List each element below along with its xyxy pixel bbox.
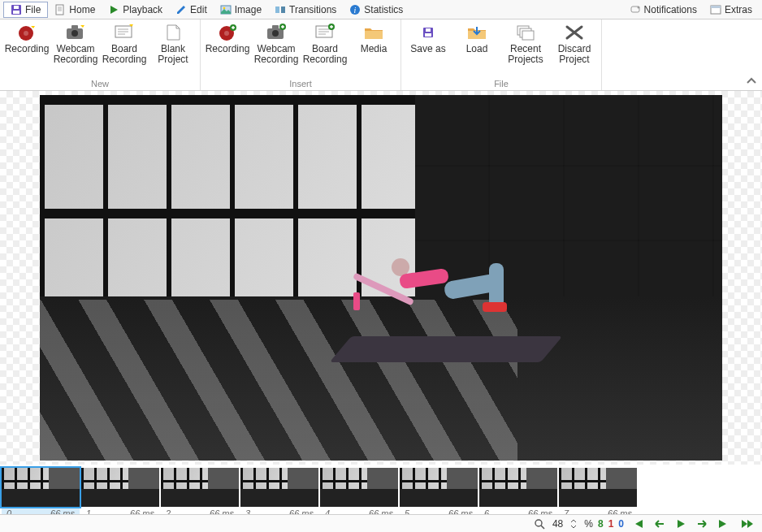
ribbon-button-label: Media xyxy=(361,44,387,54)
thumbnail-image xyxy=(2,468,80,507)
ribbon-button-label: Board Recording xyxy=(303,44,348,65)
menu-tab-label: Image xyxy=(235,4,262,15)
ribbon-button-label: Webcam Recording xyxy=(54,44,98,65)
ribbon-board-recording-button[interactable]: Board Recording xyxy=(301,21,349,67)
ribbon-load-button[interactable]: Load xyxy=(453,21,500,67)
frame-thumbnail[interactable]: 766 ms xyxy=(559,468,637,520)
nav-prev-button[interactable] xyxy=(652,518,668,530)
svg-rect-38 xyxy=(365,31,383,39)
menu-right-notifications[interactable]: Notifications xyxy=(623,2,704,17)
ribbon-button-label: Save as xyxy=(410,44,445,54)
menu-right-extras[interactable]: Extras xyxy=(704,2,759,17)
webcam-icon xyxy=(64,23,87,42)
bell-icon xyxy=(630,4,641,15)
svg-rect-2 xyxy=(14,6,19,9)
zoom-stepper[interactable] xyxy=(568,518,579,530)
svg-point-8 xyxy=(223,6,225,9)
ribbon-group-insert: RecordingWebcam RecordingBoard Recording… xyxy=(201,19,401,90)
menu-tab-transitions[interactable]: Transitions xyxy=(268,2,343,18)
svg-rect-45 xyxy=(522,31,534,40)
ribbon-button-label: Board Recording xyxy=(102,44,147,65)
ribbon-button-label: Recording xyxy=(5,44,50,54)
frame-thumbnail[interactable]: 566 ms xyxy=(400,468,478,520)
menu-tab-label: Edit xyxy=(190,4,207,15)
ribbon-recording-button[interactable]: Recording xyxy=(204,21,251,67)
nav-first-button[interactable] xyxy=(629,518,647,530)
frame-thumbnail[interactable]: 166 ms xyxy=(81,468,159,520)
frame-thumbnail[interactable]: 666 ms xyxy=(479,468,557,520)
frame-thumbnail[interactable]: 266 ms xyxy=(161,468,239,520)
svg-rect-10 xyxy=(281,6,285,13)
thumbnail-image xyxy=(400,468,478,507)
status-bar: 48 % 8 1 0 xyxy=(0,514,762,532)
svg-point-46 xyxy=(535,520,542,526)
nav-end-button[interactable] xyxy=(738,518,757,530)
folder-icon xyxy=(362,23,385,42)
svg-point-14 xyxy=(637,6,639,8)
image-icon xyxy=(220,4,232,15)
ribbon-discard-project-button[interactable]: Discard Project xyxy=(551,21,598,67)
pencil-icon xyxy=(175,4,187,15)
counter-c: 0 xyxy=(618,518,624,530)
doc-icon xyxy=(54,4,66,15)
ribbon: RecordingWebcam RecordingBoard Recording… xyxy=(0,19,762,91)
frame-thumbnail[interactable]: 466 ms xyxy=(320,468,398,520)
ribbon-blank-project-button[interactable]: Blank Project xyxy=(149,21,197,67)
menu-right-label: Extras xyxy=(725,4,752,15)
counter-a: 8 xyxy=(598,518,604,530)
nav-next-button[interactable] xyxy=(694,518,710,530)
preview-area xyxy=(0,91,762,465)
menu-tab-label: Statistics xyxy=(364,4,403,15)
ribbon-media-button[interactable]: Media xyxy=(350,21,397,67)
ribbon-button-label: Blank Project xyxy=(151,44,195,65)
thumbnail-image xyxy=(559,468,637,507)
info-icon: i xyxy=(349,4,361,15)
ribbon-group-label: Insert xyxy=(289,79,312,90)
ribbon-recording-button[interactable]: Recording xyxy=(3,21,50,67)
ribbon-recent-projects-button[interactable]: Recent Projects xyxy=(502,21,549,67)
menu-bar: FileHomePlaybackEditImageTransitionsiSta… xyxy=(0,0,762,19)
thumbnail-image xyxy=(320,468,398,507)
ribbon-webcam-recording-button[interactable]: Webcam Recording xyxy=(253,21,300,67)
ribbon-button-label: Recent Projects xyxy=(504,44,548,65)
svg-point-27 xyxy=(224,31,229,36)
menu-tab-edit[interactable]: Edit xyxy=(169,2,214,18)
ribbon-button-label: Load xyxy=(466,44,488,54)
record-add-icon xyxy=(216,23,239,42)
svg-rect-41 xyxy=(426,28,431,32)
ribbon-collapse-button[interactable] xyxy=(746,76,757,87)
frame-thumbnail[interactable]: 066 ms xyxy=(2,468,80,520)
preview-frame[interactable] xyxy=(40,95,722,461)
menu-tab-statistics[interactable]: iStatistics xyxy=(343,2,409,18)
play-button[interactable] xyxy=(673,518,689,530)
menu-tab-home[interactable]: Home xyxy=(48,2,102,18)
zoom-value: 48 xyxy=(552,518,563,530)
blank-icon xyxy=(162,23,184,42)
ribbon-board-recording-button[interactable]: Board Recording xyxy=(101,21,148,67)
ribbon-webcam-recording-button[interactable]: Webcam Recording xyxy=(52,21,99,67)
menu-tab-image[interactable]: Image xyxy=(214,2,268,18)
thumbnail-image xyxy=(240,468,318,507)
play-icon xyxy=(108,4,119,15)
svg-line-47 xyxy=(541,526,544,529)
menu-tab-file[interactable]: File xyxy=(3,2,48,18)
thumbnail-image xyxy=(161,468,239,507)
ribbon-group-new: RecordingWebcam RecordingBoard Recording… xyxy=(0,19,201,90)
nav-last-button[interactable] xyxy=(715,518,733,530)
svg-text:i: i xyxy=(354,6,357,15)
board-add-icon xyxy=(314,23,336,42)
ribbon-button-label: Recording xyxy=(206,44,250,54)
svg-rect-9 xyxy=(275,6,279,13)
thumbnail-image xyxy=(81,468,159,507)
zoom-icon[interactable] xyxy=(531,518,548,530)
transitions-icon xyxy=(275,4,286,15)
recent-icon xyxy=(514,23,537,42)
menu-tab-playback[interactable]: Playback xyxy=(102,2,169,18)
save-icon xyxy=(11,4,22,15)
frame-thumbnail[interactable]: 366 ms xyxy=(240,468,318,520)
ribbon-save-as-button[interactable]: Save as xyxy=(405,21,452,67)
menu-right-label: Notifications xyxy=(644,4,697,15)
ribbon-group-label: File xyxy=(494,79,509,90)
ribbon-button-label: Discard Project xyxy=(552,44,596,65)
ribbon-button-label: Webcam Recording xyxy=(254,44,299,65)
